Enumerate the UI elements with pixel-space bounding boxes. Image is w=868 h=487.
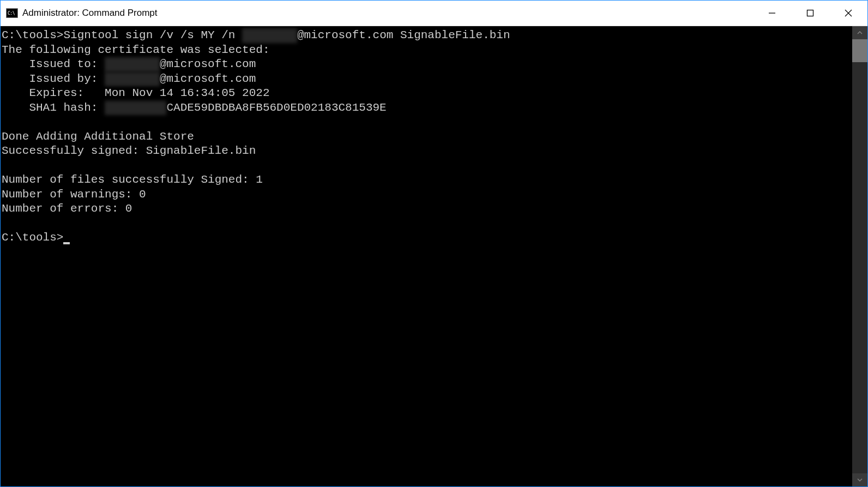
prompt: C:\tools> xyxy=(2,29,63,41)
output-line: Successfully signed: SignableFile.bin xyxy=(2,144,851,159)
close-button[interactable] xyxy=(829,1,867,26)
sha1-label: SHA1 hash: xyxy=(2,101,105,114)
issued-to-label: Issued to: xyxy=(2,58,105,70)
command-email: @microsoft.com xyxy=(297,29,393,41)
cmd-icon: C:\ xyxy=(6,8,18,18)
output-line: Number of files successfully Signed: 1 xyxy=(2,173,851,188)
output-line: Done Adding Additional Store xyxy=(2,130,851,145)
maximize-button[interactable] xyxy=(791,1,829,26)
redacted-issued-by: xxxxxxxx xyxy=(105,72,160,87)
redacted-name: xxxxxxxx xyxy=(242,28,297,43)
sha1-value: CADE59DBDBA8FB56D0ED02183C81539E xyxy=(166,101,386,114)
console-area: C:\tools>Signtool sign /v /s MY /n xxxxx… xyxy=(1,26,867,486)
titlebar[interactable]: C:\ Administrator: Command Prompt xyxy=(1,1,867,26)
command-file: SignableFile.bin xyxy=(393,29,510,41)
window-title: Administrator: Command Prompt xyxy=(22,8,158,19)
scroll-up-icon[interactable] xyxy=(852,26,867,39)
scroll-thumb[interactable] xyxy=(852,39,867,62)
redacted-issued-to: xxxxxxxx xyxy=(105,57,160,72)
expires-label: Expires: xyxy=(2,87,105,99)
scrollbar[interactable] xyxy=(852,26,867,486)
minimize-button[interactable] xyxy=(753,1,791,26)
issued-by-label: Issued by: xyxy=(2,73,105,85)
window-controls xyxy=(753,1,867,26)
output-line: Number of errors: 0 xyxy=(2,202,851,217)
expires-value: Mon Nov 14 16:34:05 2022 xyxy=(105,87,269,99)
svg-rect-1 xyxy=(807,10,813,16)
cursor xyxy=(63,242,70,244)
scroll-down-icon[interactable] xyxy=(852,473,867,486)
terminal-output[interactable]: C:\tools>Signtool sign /v /s MY /n xxxxx… xyxy=(1,26,852,486)
issued-to-value: @microsoft.com xyxy=(160,58,256,70)
issued-by-value: @microsoft.com xyxy=(160,73,256,85)
command-text: Signtool sign /v /s MY /n xyxy=(63,29,242,41)
prompt: C:\tools> xyxy=(2,231,63,244)
output-line: The following certificate was selected: xyxy=(2,43,851,58)
output-line: Number of warnings: 0 xyxy=(2,188,851,202)
redacted-sha1: XXXXXXXXX xyxy=(105,101,166,116)
